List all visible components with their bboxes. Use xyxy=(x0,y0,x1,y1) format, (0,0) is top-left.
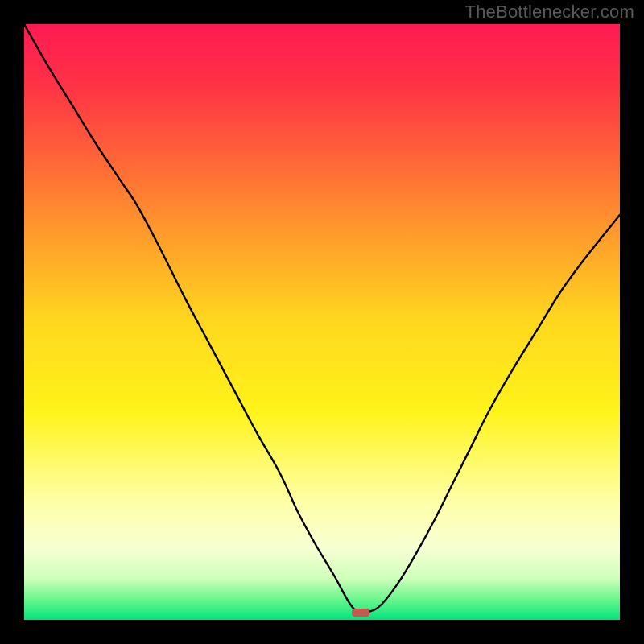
chart-svg xyxy=(24,24,620,620)
chart-background xyxy=(24,24,620,620)
chart-container: TheBottlenecker.com xyxy=(0,0,644,644)
watermark-text: TheBottlenecker.com xyxy=(465,2,634,23)
minimum-marker xyxy=(352,609,369,617)
plot-area xyxy=(24,24,620,620)
